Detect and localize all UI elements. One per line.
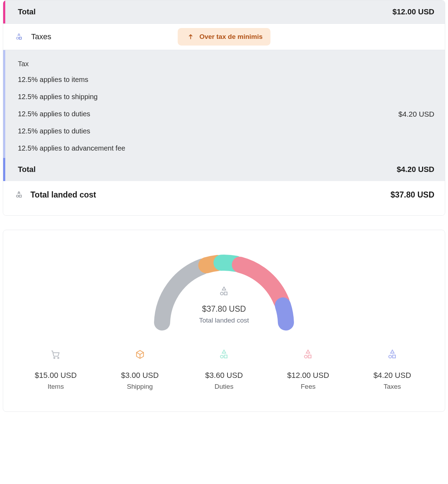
shapes-icon (14, 32, 24, 42)
svg-rect-9 (224, 355, 227, 358)
taxes-title: Taxes (31, 32, 51, 41)
shapes-icon (387, 349, 398, 360)
shapes-icon (219, 349, 229, 360)
legend-shipping: $3.00 USD Shipping (105, 349, 175, 390)
arrow-up-icon (186, 32, 196, 42)
tax-line: 12.5% applies to advancement fee (18, 144, 125, 152)
legend-fees: $12.00 USD Fees (273, 349, 343, 390)
chart-legend: $15.00 USD Items $3.00 USD Shipping $3.6… (14, 349, 434, 390)
total-landed-cost-row: Total landed cost $37.80 USD (3, 181, 445, 215)
svg-rect-1 (19, 37, 21, 39)
gauge-center: $37.80 USD Total landed cost (147, 286, 301, 324)
gauge-amount: $37.80 USD (147, 304, 301, 314)
fees-total-row: Total $12.00 USD (3, 0, 445, 23)
svg-rect-3 (19, 195, 21, 197)
svg-point-4 (220, 292, 223, 295)
tax-detail-body: Tax 12.5% applies to items 12.5% applies… (3, 50, 445, 158)
svg-point-12 (389, 355, 392, 358)
tax-detail-amount: $4.20 USD (398, 110, 434, 118)
legend-amount: $3.00 USD (121, 371, 159, 380)
taxes-header-row[interactable]: Taxes Over tax de minimis (3, 23, 445, 50)
legend-amount: $12.00 USD (287, 371, 329, 380)
tax-line: 12.5% applies to shipping (18, 93, 125, 101)
svg-point-2 (16, 195, 19, 197)
svg-rect-5 (224, 292, 227, 295)
over-de-minimis-badge: Over tax de minimis (178, 28, 271, 46)
landed-label: Total landed cost (30, 190, 96, 200)
legend-taxes: $4.20 USD Taxes (357, 349, 427, 390)
svg-point-0 (16, 37, 19, 39)
tax-line: 12.5% applies to duties (18, 110, 125, 118)
svg-point-7 (58, 357, 59, 358)
svg-rect-11 (308, 355, 311, 358)
legend-items: $15.00 USD Items (21, 349, 91, 390)
cost-breakdown-card: Total $12.00 USD Taxes Over tax de minim… (3, 0, 445, 216)
shapes-icon (303, 349, 313, 360)
legend-amount: $15.00 USD (35, 371, 77, 380)
svg-point-8 (220, 355, 223, 358)
shapes-icon (14, 189, 24, 200)
legend-label: Shipping (127, 383, 153, 390)
legend-duties: $3.60 USD Duties (189, 349, 259, 390)
gauge-label: Total landed cost (147, 317, 301, 324)
tax-total-amount: $4.20 USD (397, 165, 434, 174)
legend-amount: $4.20 USD (373, 371, 411, 380)
shapes-icon (219, 286, 229, 297)
svg-rect-13 (392, 355, 395, 358)
legend-label: Fees (301, 383, 315, 390)
tax-lines: 12.5% applies to items 12.5% applies to … (18, 76, 125, 152)
package-icon (135, 349, 145, 360)
legend-amount: $3.60 USD (205, 371, 243, 380)
tax-total-row: Total $4.20 USD (3, 158, 445, 181)
legend-label: Duties (215, 383, 233, 390)
fees-total-label: Total (18, 7, 36, 16)
svg-point-10 (304, 355, 307, 358)
landed-amount: $37.80 USD (391, 190, 434, 200)
svg-point-6 (54, 357, 55, 358)
tax-detail-heading: Tax (18, 60, 434, 68)
landed-cost-chart-card: $37.80 USD Total landed cost $15.00 USD … (3, 230, 445, 412)
tax-line: 12.5% applies to items (18, 76, 125, 84)
legend-label: Items (48, 383, 64, 390)
legend-label: Taxes (384, 383, 401, 390)
badge-text: Over tax de minimis (200, 33, 263, 41)
tax-total-label: Total (18, 165, 36, 174)
semi-donut-gauge: $37.80 USD Total landed cost (147, 251, 301, 328)
cart-icon (50, 349, 61, 360)
tax-line: 12.5% applies to duties (18, 127, 125, 135)
fees-total-amount: $12.00 USD (392, 7, 434, 16)
